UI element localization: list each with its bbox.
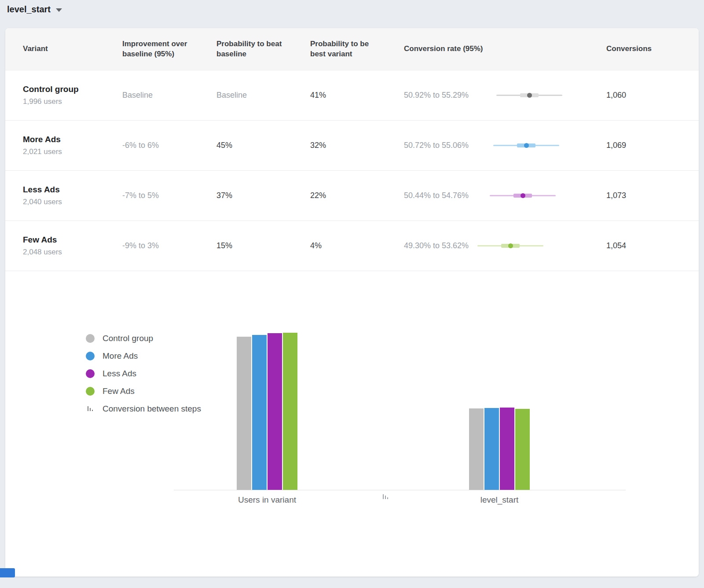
variant-name: Less Ads (23, 185, 122, 195)
variant-cell: Few Ads 2,048 users (23, 235, 122, 257)
bar-few-ads[interactable] (283, 333, 297, 490)
bar-more-ads[interactable] (252, 335, 267, 490)
bar-group-users-in-variant (237, 333, 297, 490)
legend-item-control-group: Control group (86, 334, 201, 343)
prob-beat-cell: 37% (216, 191, 310, 200)
table-row: Less Ads 2,040 users -7% to 5% 37% 22% 5… (5, 171, 699, 221)
results-card: Variant Improvement over baseline (95%) … (5, 28, 699, 577)
bar-more-ads[interactable] (484, 408, 499, 490)
conversion-rate-cell: 50.72% to 55.06% (404, 141, 606, 150)
conversion-steps-icon (86, 405, 95, 412)
experiment-results-page: level_start Variant Improvement over bas… (0, 0, 704, 588)
conversions-cell: 1,073 (606, 191, 681, 200)
bar-control-group[interactable] (237, 337, 251, 490)
confidence-interval-chart (490, 192, 556, 199)
x-axis (174, 490, 626, 490)
column-header-variant: Variant (23, 44, 122, 54)
variant-cell: Less Ads 2,040 users (23, 185, 122, 206)
column-header-improvement: Improvement over baseline (95%) (122, 39, 188, 59)
variant-cell: Control group 1,996 users (23, 85, 122, 106)
ci-dot (527, 93, 532, 98)
legend-item-few-ads: Few Ads (86, 386, 201, 396)
table-row: More Ads 2,021 users -6% to 6% 45% 32% 5… (5, 121, 699, 171)
chart-legend: Control groupMore AdsLess AdsFew AdsConv… (86, 334, 201, 414)
bar-control-group[interactable] (469, 408, 484, 490)
prob-best-cell: 41% (310, 91, 404, 100)
improvement-cell: Baseline (122, 91, 216, 100)
conversion-steps-icon (382, 493, 389, 502)
conversions-cell: 1,060 (606, 91, 681, 100)
funnel-bar-chart: Control groupMore AdsLess AdsFew AdsConv… (5, 271, 699, 577)
column-header-conversions: Conversions (606, 44, 681, 54)
table-row: Control group 1,996 users Baseline Basel… (5, 70, 699, 121)
variant-users: 2,048 users (23, 248, 122, 257)
variant-users: 2,021 users (23, 147, 122, 156)
variant-name: Few Ads (23, 235, 122, 245)
metric-selector-label: level_start (7, 4, 51, 15)
conversion-rate-cell: 49.30% to 53.62% (404, 241, 606, 250)
variant-name: More Ads (23, 135, 122, 144)
prob-best-cell: 32% (310, 141, 404, 150)
conversion-rate-range: 50.92% to 55.29% (404, 91, 487, 100)
variant-users: 1,996 users (23, 97, 122, 106)
conversion-rate-cell: 50.44% to 54.76% (404, 191, 606, 200)
variant-name: Control group (23, 85, 122, 94)
variant-users: 2,040 users (23, 198, 122, 206)
legend-label: Conversion between steps (103, 404, 201, 414)
legend-label: Less Ads (103, 369, 136, 379)
bar-less-ads[interactable] (500, 408, 514, 490)
legend-label: Control group (103, 334, 153, 343)
conversion-rate-range: 50.44% to 54.76% (404, 191, 487, 200)
table-row: Few Ads 2,048 users -9% to 3% 15% 4% 49.… (5, 221, 699, 271)
confidence-interval-chart (477, 243, 543, 249)
metric-selector-dropdown[interactable]: level_start (7, 4, 62, 15)
legend-swatch (86, 369, 95, 378)
conversion-rate-range: 50.72% to 55.06% (404, 141, 487, 150)
legend-label: More Ads (103, 351, 138, 361)
conversion-rate-cell: 50.92% to 55.29% (404, 91, 606, 100)
legend-swatch (86, 387, 95, 396)
bar-group-level-start (469, 408, 530, 490)
prob-best-cell: 4% (310, 241, 404, 250)
prob-beat-cell: Baseline (216, 91, 310, 100)
prob-best-cell: 22% (310, 191, 404, 200)
ci-dot (524, 143, 529, 148)
chevron-down-icon (56, 8, 62, 12)
legend-label: Few Ads (103, 386, 135, 396)
conversions-cell: 1,054 (606, 241, 681, 250)
prob-beat-cell: 45% (216, 141, 310, 150)
column-header-prob-best: Probability to be best variant (310, 39, 376, 59)
improvement-cell: -7% to 5% (122, 191, 216, 200)
bottom-left-accent[interactable] (0, 568, 15, 577)
table-header: Variant Improvement over baseline (95%) … (5, 28, 699, 70)
confidence-interval-chart (493, 142, 559, 149)
ci-dot (521, 193, 525, 198)
legend-swatch (86, 334, 95, 343)
column-header-prob-beat: Probability to beat baseline (216, 39, 282, 59)
improvement-cell: -6% to 6% (122, 141, 216, 150)
improvement-cell: -9% to 3% (122, 241, 216, 250)
category-label-users-in-variant: Users in variant (223, 495, 311, 505)
conversions-cell: 1,069 (606, 141, 681, 150)
ci-dot (508, 243, 513, 248)
confidence-interval-chart (496, 92, 562, 99)
bar-less-ads[interactable] (268, 333, 282, 490)
column-header-conversion-rate: Conversion rate (95%) (404, 44, 606, 54)
category-label-level-start: level_start (455, 495, 543, 505)
legend-item-conversion-between-steps: Conversion between steps (86, 404, 201, 414)
legend-item-less-ads: Less Ads (86, 369, 201, 379)
variant-cell: More Ads 2,021 users (23, 135, 122, 156)
conversion-rate-range: 49.30% to 53.62% (404, 241, 487, 250)
legend-swatch (86, 352, 95, 360)
prob-beat-cell: 15% (216, 241, 310, 250)
legend-item-more-ads: More Ads (86, 351, 201, 361)
bar-few-ads[interactable] (515, 409, 530, 490)
